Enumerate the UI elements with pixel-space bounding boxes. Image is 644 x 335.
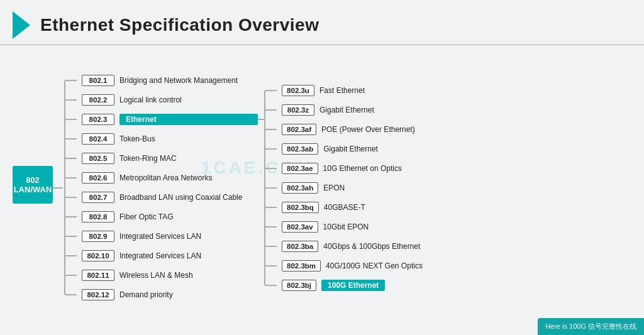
- slide: Ethernet Specification Overview 1CAE.COM…: [0, 0, 644, 335]
- h-tick-left-8: [65, 216, 77, 217]
- right-label-802.3av: 10Gbit EPON: [323, 222, 369, 231]
- h-tick-right-11: [265, 285, 277, 286]
- right-row-7: 802.3bq40GBASE-T: [265, 199, 423, 216]
- left-rows: 802.1Bridging and Network Management802.…: [65, 72, 258, 304]
- h-tick-right-9: [265, 246, 277, 247]
- code-box-802.8: 802.8: [82, 211, 114, 222]
- right-row-6: 802.3ahEPON: [265, 179, 423, 197]
- right-row-1: 802.3uFast Ethernet: [265, 82, 423, 99]
- left-row-6: 802.6Metropolitan Area Networks: [65, 169, 258, 187]
- code-box-right-802.3ba: 802.3ba: [282, 241, 318, 252]
- code-box-right-802.3ah: 802.3ah: [282, 182, 318, 194]
- h-connector-left: [53, 187, 63, 189]
- left-row-7: 802.7Broadband LAN using Coaxial Cable: [65, 189, 258, 206]
- right-row-2: 802.3zGigabit Ethernet: [265, 101, 423, 119]
- right-label-802.3af: POE (Power Over Ethernet): [321, 125, 415, 134]
- h-tick-right-10: [265, 265, 277, 266]
- code-box-right-802.3ae: 802.3ae: [282, 163, 318, 174]
- code-box-802.3: 802.3: [82, 114, 114, 125]
- h-tick-left-1: [65, 80, 77, 81]
- row-label-802.4: Token-Bus: [119, 135, 155, 143]
- row-label-802.5: Token-Ring MAC: [119, 154, 177, 163]
- code-box-right-802.3bq: 802.3bq: [282, 202, 319, 213]
- header-arrow-icon: [13, 11, 30, 39]
- h-tick-right-7: [265, 207, 277, 208]
- code-box-802.6: 802.6: [82, 172, 114, 184]
- h-tick-left-10: [65, 255, 77, 256]
- left-tree: 802.1Bridging and Network Management802.…: [64, 72, 258, 304]
- left-row-12: 802.12Demand priority: [65, 286, 258, 304]
- code-box-right-802.3ab: 802.3ab: [282, 143, 318, 155]
- right-row-10: 802.3bm40G/100G NEXT Gen Optics: [265, 257, 423, 275]
- h-tick-right-2: [265, 109, 277, 111]
- row-label-802.10: Integrated Services LAN: [119, 251, 201, 260]
- row-label-802.6: Metropolitan Area Networks: [119, 173, 212, 182]
- bottom-popup: Here is 100G 信号完整性在线: [538, 318, 644, 335]
- right-row-3: 802.3afPOE (Power Over Ethernet): [265, 121, 423, 138]
- row-label-802.3: Ethernet: [119, 114, 258, 125]
- row-label-802.9: Integrated Services LAN: [119, 232, 201, 241]
- h-tick-left-2: [65, 99, 77, 101]
- h-tick-right-1: [265, 90, 277, 91]
- h-tick-left-7: [65, 197, 77, 198]
- code-box-802.10: 802.10: [82, 250, 114, 261]
- h-tick-left-6: [65, 177, 77, 178]
- left-row-2: 802.2Logical link control: [65, 91, 258, 109]
- left-row-1: 802.1Bridging and Network Management: [65, 72, 258, 89]
- header: Ethernet Specification Overview: [0, 0, 644, 45]
- right-label-802.3u: Fast Ethernet: [319, 86, 365, 95]
- left-row-8: 802.8Fiber Optic TAG: [65, 208, 258, 226]
- right-rows: 802.3uFast Ethernet802.3zGigabit Etherne…: [265, 82, 423, 294]
- right-row-11: 802.3bj100G Ethernet: [265, 277, 423, 294]
- row-label-802.2: Logical link control: [119, 96, 182, 104]
- code-box-802.2: 802.2: [82, 94, 114, 106]
- code-box-802.5: 802.5: [82, 153, 114, 164]
- h-tick-left-9: [65, 236, 77, 237]
- code-box-802.1: 802.1: [82, 75, 114, 86]
- left-row-10: 802.10Integrated Services LAN: [65, 247, 258, 265]
- code-box-right-802.3z: 802.3z: [282, 104, 314, 116]
- row-label-802.8: Fiber Optic TAG: [119, 212, 174, 221]
- h-tick-right-8: [265, 226, 277, 228]
- code-box-right-802.3av: 802.3av: [282, 221, 318, 233]
- h-tick-left-12: [65, 294, 77, 295]
- left-row-3: 802.3Ethernet: [65, 111, 258, 128]
- code-box-right-802.3af: 802.3af: [282, 124, 316, 135]
- h-tick-right-6: [265, 187, 277, 189]
- code-box-802.7: 802.7: [82, 192, 114, 203]
- code-box-right-802.3bm: 802.3bm: [282, 260, 321, 272]
- code-box-802.9: 802.9: [82, 231, 114, 242]
- h-tick-right-4: [265, 148, 277, 150]
- code-box-right-802.3u: 802.3u: [282, 85, 314, 96]
- right-row-9: 802.3ba40Gbps & 100Gbps Ethernet: [265, 238, 423, 255]
- h-tick-left-4: [65, 138, 77, 140]
- right-label-802.3ba: 40Gbps & 100Gbps Ethernet: [323, 242, 420, 251]
- lanwan-box: 802LAN/WAN: [13, 166, 53, 204]
- left-row-5: 802.5Token-Ring MAC: [65, 150, 258, 167]
- h-tick-left-3: [65, 119, 77, 120]
- page-title: Ethernet Specification Overview: [40, 15, 319, 35]
- left-row-9: 802.9Integrated Services LAN: [65, 228, 258, 245]
- row-label-802.11: Wireless LAN & Mesh: [119, 271, 193, 280]
- row-label-802.1: Bridging and Network Management: [119, 76, 238, 85]
- row-label-802.7: Broadband LAN using Coaxial Cable: [119, 193, 242, 202]
- h-tick-left-11: [65, 275, 77, 276]
- right-label-802.3ah: EPON: [323, 184, 345, 192]
- right-row-4: 802.3abGigabit Ethernet: [265, 140, 423, 158]
- right-tree: 802.3uFast Ethernet802.3zGigabit Etherne…: [264, 82, 423, 294]
- h-tick-right-5: [265, 168, 277, 169]
- right-row-5: 802.3ae10G Ethernet on Optics: [265, 160, 423, 177]
- h-tick-right-3: [265, 129, 277, 130]
- diagram-layout: 802LAN/WAN 802.1Bridging and Network Man…: [13, 52, 423, 324]
- right-label-802.3bq: 40GBASE-T: [324, 203, 365, 212]
- left-row-11: 802.11Wireless LAN & Mesh: [65, 266, 258, 284]
- right-label-802.3ab: Gigabit Ethernet: [323, 145, 378, 153]
- code-box-802.11: 802.11: [82, 270, 114, 281]
- code-box-802.12: 802.12: [82, 289, 114, 300]
- h-tick-left-5: [65, 158, 77, 159]
- code-box-right-802.3bj: 802.3bj: [282, 280, 316, 291]
- right-label-802.3ae: 10G Ethernet on Optics: [323, 164, 402, 173]
- row-label-802.12: Demand priority: [119, 290, 173, 299]
- code-box-802.4: 802.4: [82, 133, 114, 145]
- ethernet-connector-line: [258, 119, 264, 120]
